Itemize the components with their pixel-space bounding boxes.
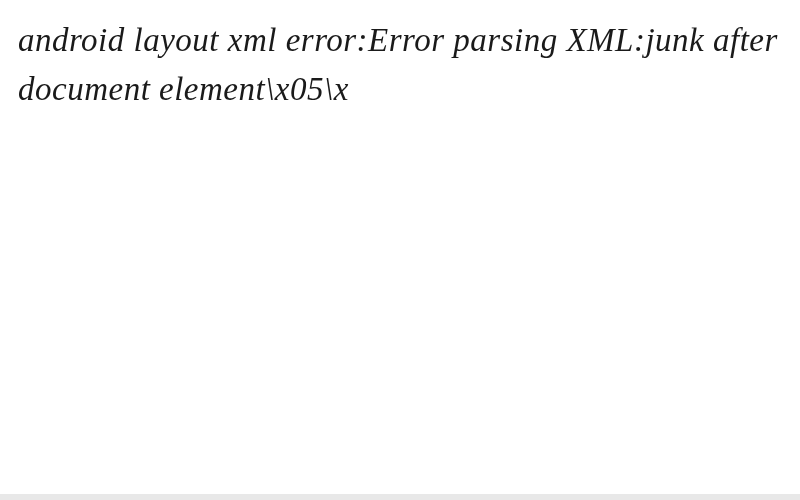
footer-divider: [0, 494, 800, 500]
question-text: android layout xml error:Error parsing X…: [18, 16, 782, 114]
